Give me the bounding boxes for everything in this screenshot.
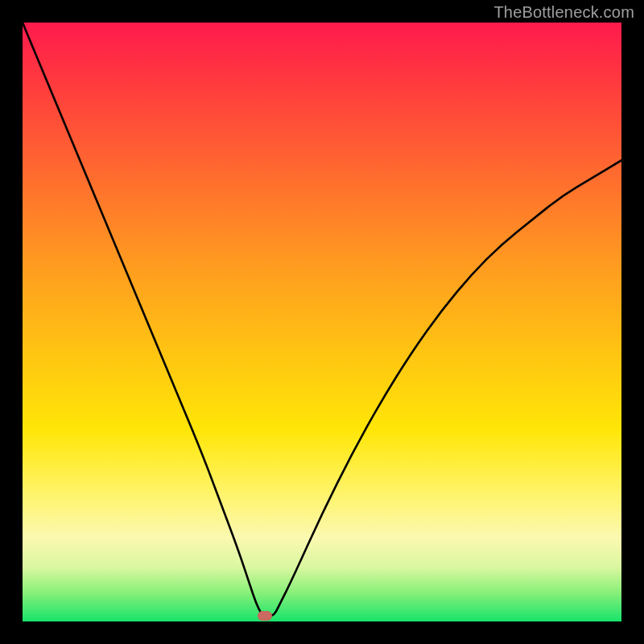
bottleneck-curve xyxy=(23,23,621,621)
plot-area xyxy=(23,23,621,621)
watermark-text: TheBottleneck.com xyxy=(493,3,634,22)
optimum-marker xyxy=(258,611,272,621)
chart-frame: TheBottleneck.com xyxy=(0,0,644,644)
